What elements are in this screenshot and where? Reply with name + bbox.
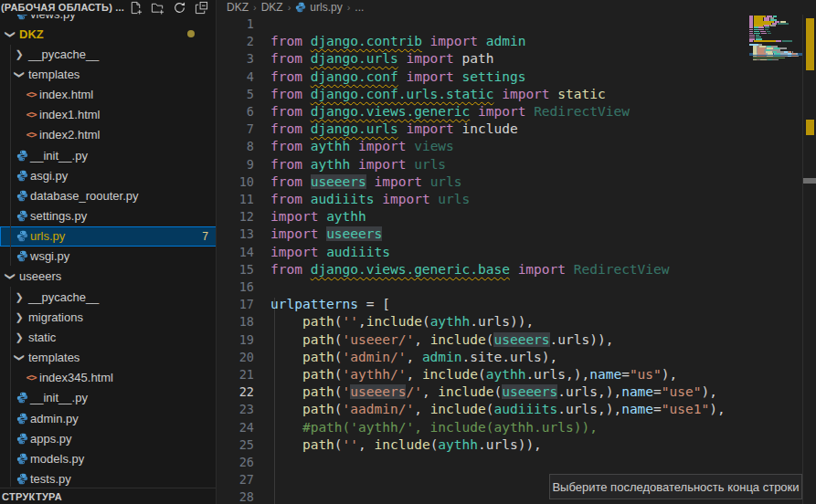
tree-item-static[interactable]: ❯static <box>0 327 217 347</box>
tree-item-index-html[interactable]: <>index.html <box>0 85 217 105</box>
new-file-icon[interactable] <box>128 0 143 15</box>
tree-item-wsgi-py[interactable]: wsgi.py <box>0 247 217 267</box>
code-token <box>406 139 414 153</box>
code-token: ( <box>478 367 486 382</box>
line-number: 19 <box>217 331 254 349</box>
code-token: audiiits <box>311 192 375 206</box>
code-token: "use1" <box>662 402 709 416</box>
tree-item-tests-py[interactable]: tests.py <box>0 468 217 488</box>
code-line-26[interactable]: 26 <box>217 454 749 471</box>
code-line-15[interactable]: 15from django.views.generic.base import … <box>217 261 749 278</box>
code-token: aythh <box>326 209 366 224</box>
code-line-7[interactable]: 7from django.urls import include <box>217 121 749 138</box>
breadcrumb-item[interactable]: DKZ <box>227 1 249 14</box>
tree-item-index2-html[interactable]: <>index2.html <box>0 125 217 145</box>
code-token: name <box>621 384 653 399</box>
refresh-icon[interactable] <box>172 0 187 15</box>
code-line-24[interactable]: 24 #path('aythh/', include(aythh.urls)), <box>217 419 749 436</box>
tree-item-migrations[interactable]: ❯migrations <box>0 307 217 327</box>
code-line-5[interactable]: 5from django.conf.urls.static import sta… <box>217 86 749 103</box>
minimap[interactable] <box>749 14 802 504</box>
code-token: django.urls <box>311 121 398 136</box>
line-number: 7 <box>217 121 254 138</box>
code-token: path <box>302 437 334 452</box>
file-label: index2.html <box>39 128 100 142</box>
tree-item-apps-py[interactable]: apps.py <box>0 428 217 448</box>
breadcrumb-separator: › <box>253 2 257 13</box>
tree-item-useeers[interactable]: ❯useeers <box>0 267 217 287</box>
code-line-9[interactable]: 9from aythh import urls <box>217 156 749 173</box>
code-token: , <box>414 402 429 416</box>
breadcrumb-item[interactable]: DKZ <box>261 1 283 14</box>
python-file-icon <box>16 392 28 404</box>
code-line-1[interactable]: 1 <box>217 16 749 33</box>
code-line-2[interactable]: 2from django.contrib import admin <box>217 33 749 50</box>
code-line-21[interactable]: 21 path('aythh/', include(aythh.urls,),n… <box>217 366 749 383</box>
code-line-13[interactable]: 13import useeers <box>217 226 749 243</box>
python-file-icon <box>16 412 28 425</box>
code-token: ), <box>709 402 725 416</box>
file-label: admin.py <box>30 412 79 425</box>
code-token: path <box>302 384 334 399</box>
tree-item-admin-py[interactable]: admin.py <box>0 408 217 428</box>
code-token <box>422 174 430 189</box>
tree-item-asgi-py[interactable]: asgi.py <box>0 165 217 185</box>
code-line-17[interactable]: 17urlpatterns = [ <box>217 296 749 313</box>
line-number: 23 <box>217 401 254 418</box>
code-token: , <box>358 437 374 452</box>
code-line-10[interactable]: 10from useeers import urls <box>217 173 749 191</box>
python-icon <box>16 230 28 242</box>
tree-item-index1-html[interactable]: <>index1.html <box>0 105 217 125</box>
code-line-16[interactable]: 16 <box>217 278 749 296</box>
tree-item-index345-html[interactable]: <>index345.html <box>0 368 217 388</box>
code-line-3[interactable]: 3from django.urls import path <box>217 50 749 68</box>
tree-item-DKZ[interactable]: ❯DKZ <box>0 24 217 44</box>
tree-item---pycache--[interactable]: ❯__pycache__ <box>0 287 217 307</box>
structure-section-header[interactable]: СТРУКТУРА <box>0 488 217 504</box>
tree-item---init---py[interactable]: __init__.py <box>0 145 217 165</box>
tree-item-database-roouter-py[interactable]: database_roouter.py <box>0 185 217 205</box>
tree-item-templates[interactable]: ❯templates <box>0 64 217 84</box>
code-token <box>270 367 302 382</box>
code-token: from <box>270 87 302 101</box>
code-token <box>270 437 302 452</box>
code-token: from <box>270 139 302 153</box>
line-number: 9 <box>217 156 254 173</box>
file-label: database_roouter.py <box>30 189 139 203</box>
tree-item---pycache--[interactable]: ❯__pycache__ <box>0 44 217 64</box>
code-line-18[interactable]: 18 path('',include(aythh.urls)), <box>217 313 749 331</box>
code-line-19[interactable]: 19 path('useeer/', include(useeers.urls)… <box>217 331 749 349</box>
code-line-14[interactable]: 14import audiiits <box>217 244 749 261</box>
code-line-8[interactable]: 8from aythh import views <box>217 138 749 155</box>
tree-item-settings-py[interactable]: settings.py <box>0 206 217 226</box>
code-token: urls <box>438 192 470 206</box>
code-token: import <box>270 245 318 259</box>
breadcrumb-item[interactable]: ... <box>355 1 364 14</box>
tree-item-templates[interactable]: ❯templates <box>0 348 217 368</box>
code-token: ( <box>493 384 502 399</box>
code-line-20[interactable]: 20 path('admin/', admin.site.urls), <box>217 349 749 366</box>
code-line-22[interactable]: 22 path('useeers/', include(useeers.urls… <box>217 383 749 401</box>
code-line-23[interactable]: 23 path('aadmin/', include(audiiits.urls… <box>217 401 749 418</box>
code-token <box>302 34 311 48</box>
breadcrumb-item[interactable]: urls.py <box>295 1 342 14</box>
code-token <box>454 51 462 66</box>
tree-item-urls-py[interactable]: urls.py7 <box>0 226 217 247</box>
overview-ruler[interactable] <box>802 0 816 504</box>
code-line-25[interactable]: 25 path('', include(aythh.urls)), <box>217 436 749 454</box>
code-line-4[interactable]: 4from django.conf import settings <box>217 68 749 86</box>
code-line-12[interactable]: 12import aythh <box>217 208 749 226</box>
tree-item---init---py[interactable]: __init__.py <box>0 388 217 408</box>
file-label: __init__.py <box>30 149 88 163</box>
explorer-section-header[interactable]: (РАБОЧАЯ ОБЛАСТЬ) ... <box>0 0 217 15</box>
code-area[interactable]: 12from django.contrib import admin3from … <box>217 16 749 504</box>
code-token: '' <box>343 437 358 452</box>
code-token: urls <box>430 174 462 189</box>
code-token: 'aadmin/' <box>343 402 415 416</box>
collapse-all-icon[interactable] <box>194 0 209 15</box>
code-token: 'admin/' <box>343 350 407 364</box>
code-line-6[interactable]: 6from django.views.generic import Redire… <box>217 103 749 121</box>
new-folder-icon[interactable] <box>150 0 165 15</box>
code-line-11[interactable]: 11from audiiits import urls <box>217 191 749 208</box>
tree-item-models-py[interactable]: models.py <box>0 448 217 468</box>
